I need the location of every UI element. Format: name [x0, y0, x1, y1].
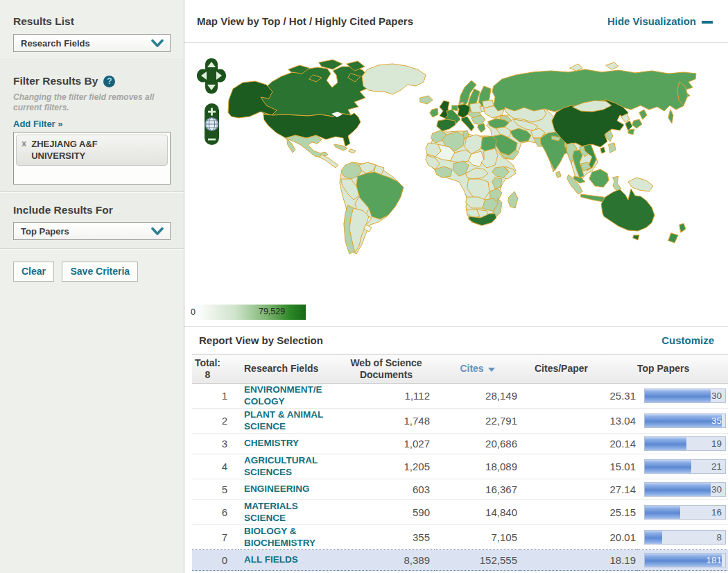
top-papers-bar: 30: [644, 388, 726, 403]
research-field-link[interactable]: AGRICULTURAL SCIENCES: [244, 455, 326, 478]
map-country-taiwan[interactable]: [600, 147, 605, 153]
map-country-madagascar[interactable]: [508, 191, 518, 208]
map-tasmania[interactable]: [633, 235, 639, 240]
research-field-link[interactable]: ALL FIELDS: [244, 554, 326, 566]
map-country-hispaniola[interactable]: [349, 149, 356, 153]
research-field-link[interactable]: MATERIALS SCIENCE: [244, 501, 326, 524]
research-field-link[interactable]: BIOLOGY & BIOCHEMISTRY: [244, 526, 326, 549]
research-field-link[interactable]: ENGINEERING: [244, 484, 326, 495]
column-header-wos-documents[interactable]: Web of Science Documents: [338, 354, 435, 384]
map-region-west-africa[interactable]: [435, 166, 452, 178]
row-cites-per-paper: 25.15: [520, 500, 637, 525]
top-papers-bar-fill: [645, 460, 691, 473]
map-country-sudan[interactable]: [481, 148, 498, 168]
report-header: Report View by Selection Customize: [184, 326, 728, 354]
row-rank: 6: [192, 500, 239, 525]
map-country-sri-lanka[interactable]: [556, 171, 561, 178]
row-top-papers-cell: 21: [637, 454, 728, 479]
pan-control[interactable]: [197, 58, 226, 94]
map-country-spain[interactable]: [437, 119, 456, 131]
top-papers-bar: 30: [644, 482, 726, 497]
report-table: Total: 8 Research Fields Web of Science …: [192, 354, 728, 571]
world-choropleth-map[interactable]: [184, 43, 727, 326]
clear-button[interactable]: Clear: [13, 262, 54, 282]
map-country-greenland[interactable]: [362, 64, 426, 94]
add-filter-link[interactable]: Add Filter »: [13, 119, 63, 129]
results-list-select[interactable]: Research Fields: [13, 34, 171, 52]
map-sakhalin[interactable]: [668, 110, 673, 123]
hide-visualization-link[interactable]: Hide Visualization: [607, 15, 713, 27]
zoom-out-icon: [208, 139, 216, 141]
row-cites-per-paper: 20.01: [520, 525, 637, 550]
row-cites: 18,089: [435, 454, 520, 479]
report-title: Report View by Selection: [199, 334, 323, 346]
map-country-south-korea[interactable]: [625, 121, 632, 130]
report-table-header-row: Total: 8 Research Fields Web of Science …: [192, 354, 728, 384]
map-legend: 0 79,529: [191, 304, 306, 320]
column-header-cites[interactable]: Cites: [435, 354, 520, 384]
row-cites-per-paper: 15.01: [520, 454, 637, 479]
report-row: 3CHEMISTRY1,02720,68620.1419: [192, 434, 728, 454]
top-papers-value: 30: [711, 484, 722, 495]
save-criteria-button[interactable]: Save Criteria: [62, 262, 138, 282]
remove-filter-icon[interactable]: x: [21, 138, 26, 162]
row-rank: 7: [192, 525, 239, 550]
map-country-japan[interactable]: [628, 110, 647, 135]
row-wos-documents: 1,205: [338, 454, 435, 479]
report-row: 4AGRICULTURAL SCIENCES1,20518,08915.0121: [192, 454, 728, 479]
research-field-link[interactable]: PLANT & ANIMAL SCIENCE: [244, 409, 326, 432]
top-papers-bar: 21: [644, 459, 726, 474]
row-cites: 14,840: [435, 500, 520, 525]
chevron-down-icon: [151, 227, 164, 236]
legend-max-value: 79,529: [259, 307, 285, 316]
row-field-cell: BIOLOGY & BIOCHEMISTRY: [239, 525, 338, 550]
map-country-ireland[interactable]: [430, 108, 438, 117]
row-cites-per-paper: 20.14: [520, 434, 637, 454]
help-icon[interactable]: ?: [103, 76, 115, 87]
column-header-top-papers[interactable]: Top Papers: [637, 354, 728, 384]
map-country-iceland[interactable]: [420, 96, 433, 104]
sort-descending-icon: [488, 368, 495, 372]
include-results-selected-value: Top Papers: [21, 226, 69, 237]
main-content: Map View by Top / Hot / Highly Cited Pap…: [184, 0, 728, 573]
top-papers-bar-fill: [645, 389, 711, 402]
map-island-borneo[interactable]: [589, 169, 609, 187]
top-papers-value: 16: [711, 507, 722, 518]
row-cites: 22,791: [435, 409, 520, 434]
customize-link[interactable]: Customize: [661, 334, 714, 346]
row-field-cell: ALL FIELDS: [239, 550, 338, 571]
include-results-select[interactable]: Top Papers: [13, 222, 171, 240]
zoom-control[interactable]: [205, 103, 219, 145]
map-country-germany[interactable]: [458, 104, 470, 118]
top-papers-bar: 35: [644, 413, 726, 428]
research-field-link[interactable]: ENVIRONMENT/ECOLOGY: [244, 384, 326, 407]
top-papers-bar-fill: [645, 483, 711, 496]
row-top-papers-cell: 8: [637, 525, 728, 550]
map-island-new-guinea[interactable]: [628, 178, 653, 191]
research-field-link[interactable]: CHEMISTRY: [244, 438, 326, 450]
row-cites-per-paper: 27.14: [520, 479, 637, 500]
map-region-central-america[interactable]: [320, 155, 338, 168]
map-country-australia[interactable]: [601, 189, 655, 231]
report-row-all-fields: 0ALL FIELDS8,389152,55518.19181: [192, 550, 728, 571]
row-top-papers-cell: 16: [637, 500, 728, 525]
map-country-new-zealand[interactable]: [668, 223, 686, 243]
top-papers-value: 21: [711, 461, 722, 472]
column-header-research-fields[interactable]: Research Fields: [239, 354, 338, 384]
map-novaya-zemlya[interactable]: [570, 62, 618, 71]
row-cites-per-paper: 25.31: [520, 384, 637, 409]
row-field-cell: MATERIALS SCIENCE: [239, 500, 338, 525]
filter-tag-label: ZHEJIANG A&F UNIVERSITY: [31, 138, 142, 162]
row-rank: 0: [192, 550, 239, 571]
column-header-cites-per-paper[interactable]: Cites/Paper: [520, 354, 637, 384]
top-papers-bar-fill: [645, 506, 680, 519]
filter-tag[interactable]: x ZHEJIANG A&F UNIVERSITY: [16, 135, 168, 166]
chevron-down-icon: [151, 39, 164, 48]
map-country-greece[interactable]: [478, 123, 485, 132]
row-cites-per-paper: 18.19: [520, 550, 637, 571]
row-cites-per-paper: 13.04: [520, 409, 637, 434]
row-rank: 5: [192, 479, 239, 500]
row-top-papers-cell: 30: [637, 384, 728, 409]
top-papers-bar: 16: [644, 505, 726, 520]
top-papers-bar-fill: [645, 531, 662, 544]
